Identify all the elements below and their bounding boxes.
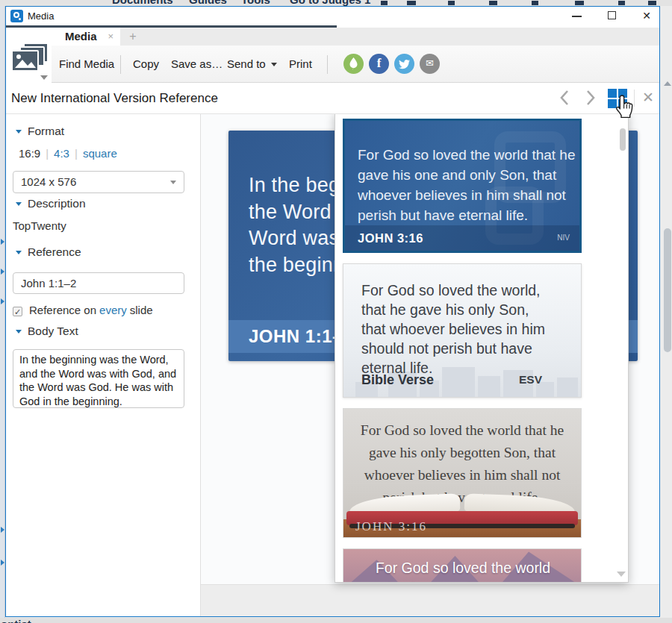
find-media-button[interactable]: Find Media xyxy=(59,46,114,82)
result-title: New International Version Reference xyxy=(11,83,218,113)
media-window: Media ✕ Media × + Find xyxy=(5,6,660,617)
description-value: TopTwenty xyxy=(13,219,66,232)
ratio-16-9[interactable]: 16:9 xyxy=(19,147,40,160)
bottom-strip xyxy=(201,584,659,616)
faithlife-share-icon[interactable] xyxy=(343,54,364,74)
toolbar-separator xyxy=(120,55,121,74)
bg-toolbar-icon xyxy=(489,1,497,5)
minimize-button[interactable] xyxy=(566,7,588,25)
select-caret-icon xyxy=(170,181,176,184)
background-left-panel xyxy=(0,6,5,618)
bg-caret-icon xyxy=(1,239,4,245)
checkbox-label: Reference oneveryslide xyxy=(29,304,153,316)
description-section-header[interactable]: Description xyxy=(16,197,86,210)
bg-menu-documents: Documents xyxy=(112,0,173,6)
thumbnail-version: ESV xyxy=(519,373,542,386)
body-text-section-header[interactable]: Body Text xyxy=(16,325,78,338)
new-tab-button[interactable]: + xyxy=(125,28,140,46)
size-select[interactable]: 1024 x 576 xyxy=(13,171,184,193)
maximize-button[interactable] xyxy=(602,7,624,25)
collapse-caret-icon xyxy=(16,130,22,134)
thumbnail-verse-text: For God so loved the world that he gave … xyxy=(370,558,556,583)
send-to-button[interactable]: Send to xyxy=(227,46,277,82)
thumbnail-verse-text: For God so loved the world, that he gave… xyxy=(361,281,557,378)
thumbnail-reference: JOHN 3:16 xyxy=(358,225,423,251)
facebook-share-icon[interactable]: f xyxy=(369,54,389,74)
collapse-caret-icon xyxy=(16,202,22,206)
toolbar: Find Media Copy Save as… Send to Print f… xyxy=(6,46,659,83)
bg-caret-icon xyxy=(1,298,4,304)
tab-label: Media xyxy=(65,28,97,46)
media-app-icon xyxy=(10,10,23,22)
panel-menu-caret-icon[interactable] xyxy=(40,75,48,80)
ratio-4-3[interactable]: 4:3 xyxy=(54,147,69,160)
toolbar-separator xyxy=(327,55,328,74)
thumbnail-caption: Bible Verse xyxy=(361,372,434,388)
prev-result-chevron-icon[interactable] xyxy=(558,89,573,107)
save-as-button[interactable]: Save as… xyxy=(171,46,223,82)
bg-scrollbar-up-icon[interactable] xyxy=(664,81,671,86)
bg-text-fragment: ontist xyxy=(1,618,31,623)
bg-caret-icon xyxy=(1,560,4,566)
header-separator xyxy=(634,90,635,107)
reference-input[interactable]: John 1:1–2 xyxy=(13,272,184,294)
bg-toolbar-icon xyxy=(381,1,388,5)
result-thumbnail-esv[interactable]: For God so loved the world, that he gave… xyxy=(343,263,582,398)
bg-menu-guides: Guides xyxy=(189,0,227,6)
result-thumbnail-mountains[interactable]: For God so loved the world that he gave … xyxy=(343,548,582,583)
thumbnail-footer: JOHN 3:16 NIV xyxy=(345,225,579,251)
copy-button[interactable]: Copy xyxy=(133,46,159,82)
body-text-input[interactable]: In the beginning was the Word, and the W… xyxy=(13,349,184,408)
results-scrollbar-thumb[interactable] xyxy=(620,128,626,151)
bg-toolbar-icon xyxy=(575,1,584,5)
bg-scrollbar-thumb[interactable] xyxy=(664,228,671,352)
bg-menu-tools: Tools xyxy=(241,0,270,6)
bg-toolbar-icon xyxy=(448,1,455,5)
city-skyline xyxy=(478,376,500,397)
result-thumbnail-book-photo[interactable]: For God so loved the world that he gave … xyxy=(343,408,582,538)
bg-toolbar-icon xyxy=(618,1,625,5)
options-sidebar: Format 16:9|4:3|square 1024 x 576 Descri… xyxy=(6,114,201,616)
tab-media[interactable]: Media × xyxy=(52,28,120,46)
close-result-icon[interactable]: ✕ xyxy=(639,87,657,107)
format-section-header[interactable]: Format xyxy=(16,125,64,138)
results-scrollbar-down-icon[interactable] xyxy=(617,572,626,577)
every-link[interactable]: every xyxy=(99,304,127,316)
bg-caret-icon xyxy=(1,269,4,275)
bg-toolbar-icon xyxy=(648,1,656,5)
mouse-pointer-hand-cursor xyxy=(615,94,634,119)
media-preview-area: In the beginning was the Word, and the W… xyxy=(201,114,659,616)
background-menubar: Documents Guides Tools Go to Judges 1 xyxy=(0,0,672,6)
ratio-options: 16:9|4:3|square xyxy=(19,147,117,160)
reference-on-every-slide-checkbox[interactable]: ✓ xyxy=(13,307,22,316)
close-window-button[interactable]: ✕ xyxy=(635,7,658,25)
thumbnail-verse-text: For God so loved the world that he gave … xyxy=(358,145,576,225)
thumbnail-reference: JOHN 3:16 xyxy=(355,519,427,534)
window-titlebar[interactable]: Media ✕ xyxy=(6,7,659,25)
print-button[interactable]: Print xyxy=(289,46,312,82)
thumbnail-version: NIV xyxy=(557,225,570,251)
collapse-caret-icon xyxy=(16,251,22,254)
ratio-square[interactable]: square xyxy=(83,147,117,160)
result-thumbnail-niv[interactable]: For God so loved the world that he gave … xyxy=(343,119,582,253)
send-to-caret-icon xyxy=(271,63,277,66)
tab-close-icon[interactable]: × xyxy=(108,28,113,45)
window-title: Media xyxy=(28,7,54,25)
photo-glyph-icon xyxy=(13,51,37,70)
bg-toolbar-icon xyxy=(532,1,538,5)
email-share-icon[interactable]: ✉ xyxy=(420,54,440,74)
bg-menu-go-to: Go to Judges 1 xyxy=(290,0,370,6)
reference-section-header[interactable]: Reference xyxy=(16,245,81,259)
thumbnail-verse-text: For God so loved the world that he gave … xyxy=(351,419,573,509)
collapse-caret-icon xyxy=(16,330,22,334)
background-bottom-strip: ontist xyxy=(0,618,672,623)
screen: Documents Guides Tools Go to Judges 1 on… xyxy=(0,0,672,623)
media-stack-icon[interactable] xyxy=(11,43,49,75)
next-result-chevron-icon[interactable] xyxy=(582,89,597,107)
media-results-panel: For God so loved the world that he gave … xyxy=(335,114,629,583)
bg-toolbar-icon xyxy=(407,1,416,5)
twitter-share-icon[interactable] xyxy=(394,54,414,74)
city-skyline xyxy=(557,378,578,397)
bg-caret-icon xyxy=(1,527,4,533)
